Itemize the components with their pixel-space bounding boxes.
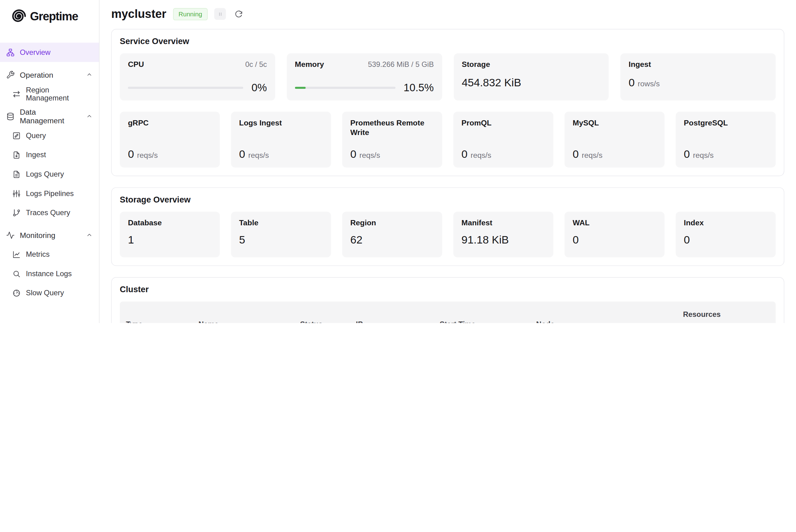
stat-card-database: Database 1 (120, 211, 220, 257)
sidebar-item-logs-pipelines[interactable]: Logs Pipelines (0, 184, 99, 203)
stat-value: 5 (239, 234, 245, 246)
cpu-label: CPU (128, 60, 144, 69)
stat-label: Index (684, 218, 704, 227)
storage-stats-row: Database 1 Table 5 Region 62 Manifest 91… (120, 211, 776, 257)
ingest-card: Ingest 0 rows/s (621, 53, 776, 100)
pause-icon (216, 10, 224, 18)
sidebar-group-monitoring[interactable]: Monitoring (0, 225, 99, 245)
sliders-icon (12, 189, 21, 197)
line-chart-icon (12, 250, 21, 259)
stat-value: 91.18 KiB (461, 234, 509, 246)
endpoint-card-logs-ingest: Logs Ingest 0 reqs/s (231, 112, 331, 167)
storage-overview-card: Storage Overview Database 1 Table 5 Regi… (111, 187, 784, 266)
chevron-up-icon (86, 113, 93, 120)
sidebar-item-instance-logs[interactable]: Instance Logs (0, 264, 99, 283)
sidebar-item-overview[interactable]: Overview (0, 42, 99, 62)
brand-name: Greptime (30, 9, 78, 23)
sidebar-item-query[interactable]: Query (0, 126, 99, 145)
stat-card-index: Index 0 (676, 211, 776, 257)
sidebar-item-label: Metrics (26, 250, 50, 258)
storage-overview-title: Storage Overview (120, 195, 776, 204)
ingest-label: Ingest (629, 60, 651, 69)
sidebar-item-label: Logs Query (26, 170, 64, 178)
sidebar-group-label: Data Management (20, 108, 81, 125)
page-header: mycluster Running (111, 7, 784, 21)
col-resources-title: Resources (683, 310, 721, 318)
stat-value: 0 (684, 234, 690, 246)
cluster-card: Cluster Type Name Status IP Start Time N… (111, 277, 784, 323)
endpoint-value: 0 (239, 148, 245, 160)
sidebar-item-label: Traces Query (26, 209, 70, 217)
stat-card-manifest: Manifest 91.18 KiB (454, 211, 553, 257)
swap-arrows-icon (12, 90, 21, 98)
greptime-spiral-icon (9, 7, 27, 25)
sidebar-item-region-management[interactable]: Region Management (0, 84, 99, 103)
cluster-status-badge: Running (173, 8, 208, 20)
cpu-percent-value: 0% (251, 82, 267, 94)
sidebar-item-label: Instance Logs (26, 269, 72, 278)
chevron-up-icon (86, 71, 93, 78)
chevron-up-icon (86, 231, 93, 239)
sidebar-nav: Overview Operation Region Management (0, 42, 99, 302)
sidebar-item-traces-query[interactable]: Traces Query (0, 203, 99, 223)
wrench-icon (6, 70, 15, 79)
endpoint-value: 0 (350, 148, 356, 160)
col-resources: Resources Limit/Usage (628, 310, 776, 323)
refresh-button[interactable] (233, 8, 245, 20)
endpoint-label: Prometheus Remote Write (350, 118, 434, 137)
database-icon (6, 112, 15, 120)
sidebar-item-logs-query[interactable]: Logs Query (0, 165, 99, 184)
sidebar-item-label: Slow Query (26, 289, 64, 297)
sidebar-item-label: Ingest (26, 151, 46, 159)
endpoint-card-grpc: gRPC 0 reqs/s (120, 112, 220, 167)
stat-card-table: Table 5 (231, 211, 331, 257)
branch-icon (12, 208, 21, 217)
sidebar-group-data-management[interactable]: Data Management (0, 107, 99, 126)
stat-card-region: Region 62 (342, 211, 442, 257)
sidebar-group-label: Monitoring (20, 231, 55, 239)
endpoint-card-promql: PromQL 0 reqs/s (454, 112, 553, 167)
pause-button[interactable] (214, 8, 226, 20)
sidebar-item-slow-query[interactable]: Slow Query (0, 283, 99, 303)
main-content: mycluster Running Service Overview CPU 0… (99, 0, 796, 323)
stat-card-wal: WAL 0 (565, 211, 664, 257)
endpoint-value: 0 (684, 148, 690, 160)
endpoint-unit: reqs/s (248, 151, 269, 159)
app-root: Greptime Overview Operation (0, 0, 796, 323)
overview-icon (6, 48, 15, 57)
sidebar-item-ingest[interactable]: Ingest (0, 145, 99, 165)
memory-percent-value: 10.5% (403, 82, 434, 94)
search-icon (12, 269, 21, 278)
memory-progress-bar (295, 87, 395, 89)
col-name: Name (192, 320, 294, 323)
sidebar: Greptime Overview Operation (0, 0, 99, 323)
sidebar-item-label: Region Management (26, 86, 93, 102)
sidebar-item-metrics[interactable]: Metrics (0, 245, 99, 264)
sidebar-item-label: Logs Pipelines (26, 189, 74, 197)
brand-logo: Greptime (0, 7, 99, 25)
stat-label: Region (350, 218, 376, 227)
sidebar-group-operation[interactable]: Operation (0, 65, 99, 84)
endpoint-card-prometheus-remote-write: Prometheus Remote Write 0 reqs/s (342, 112, 442, 167)
stat-value: 62 (350, 234, 362, 246)
storage-card: Storage 454.832 KiB (454, 53, 609, 100)
endpoint-unit: reqs/s (137, 151, 158, 159)
memory-limit: 539.266 MiB / 5 GiB (368, 60, 434, 69)
memory-card: Memory 539.266 MiB / 5 GiB 10.5% (287, 53, 442, 100)
cpu-limit: 0c / 5c (245, 60, 267, 69)
sidebar-item-label: Overview (20, 48, 51, 56)
endpoint-unit: reqs/s (359, 151, 380, 159)
file-ingest-icon (12, 150, 21, 159)
col-ip: IP (350, 320, 434, 323)
service-metrics-row: CPU 0c / 5c 0% Memory (120, 53, 776, 100)
endpoint-value: 0 (128, 148, 134, 160)
endpoint-card-mysql: MySQL 0 reqs/s (565, 112, 664, 167)
gauge-icon (12, 288, 21, 297)
endpoint-label: PromQL (461, 118, 545, 128)
sidebar-item-label: Query (26, 131, 46, 139)
sidebar-group-label: Operation (20, 70, 53, 79)
endpoint-label: MySQL (572, 118, 656, 128)
cluster-table-header: Type Name Status IP Start Time Node Reso… (120, 301, 776, 323)
service-overview-title: Service Overview (120, 37, 776, 46)
endpoint-metrics-row: gRPC 0 reqs/s Logs Ingest 0 reqs/s (120, 112, 776, 167)
